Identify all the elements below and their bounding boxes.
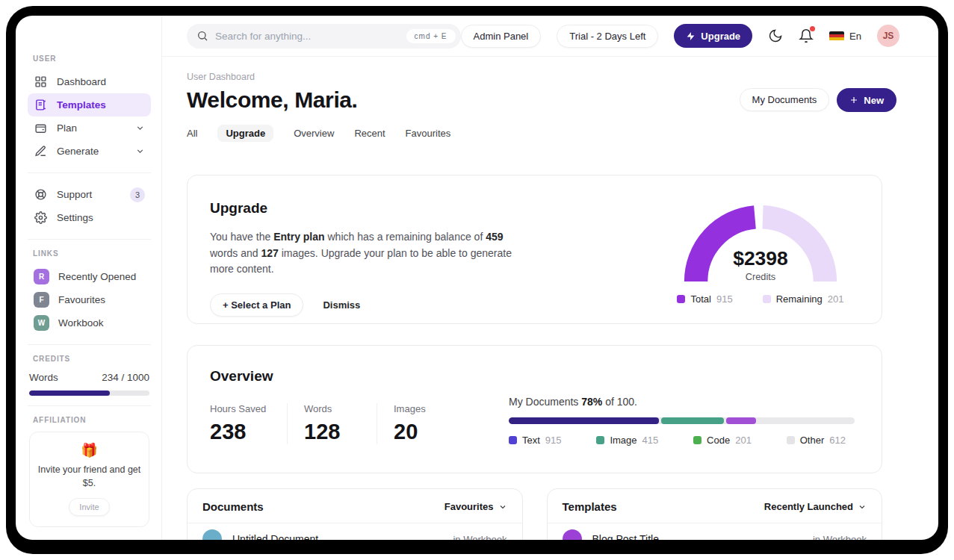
bar-segment-image bbox=[661, 417, 723, 424]
template-name: Blog Post Title bbox=[592, 533, 660, 540]
pen-icon bbox=[34, 145, 47, 158]
notification-dot bbox=[810, 26, 815, 31]
documents-filter-dropdown[interactable]: Favourites bbox=[445, 501, 507, 512]
user-avatar[interactable]: JS bbox=[877, 25, 899, 47]
sidebar-item-label: Generate bbox=[57, 146, 99, 157]
content-area: User Dashboard Welcome, Maria. My Docume… bbox=[162, 57, 938, 540]
bar-segment-text bbox=[509, 417, 659, 424]
sidebar-item-label: Settings bbox=[57, 212, 93, 223]
trial-badge-button[interactable]: Trial - 2 Days Left bbox=[557, 25, 658, 48]
upgrade-card-body: You have the Entry plan which has a rema… bbox=[210, 229, 518, 278]
documents-progress: My Documents 78% of 100. Text 915 bbox=[509, 396, 855, 473]
sidebar-item-templates[interactable]: Templates bbox=[28, 93, 151, 116]
stacked-bar-chart bbox=[509, 417, 855, 424]
legend-other: Other 612 bbox=[787, 435, 846, 446]
templates-filter-dropdown[interactable]: Recently Launched bbox=[764, 501, 867, 512]
sidebar-item-label: Support bbox=[57, 189, 92, 200]
app-window: USER Dashboard Templates Plan bbox=[16, 16, 938, 540]
document-location: in Workbook bbox=[453, 534, 507, 541]
sidebar-section-links: LINKS bbox=[33, 249, 151, 258]
sidebar-item-settings[interactable]: Settings bbox=[28, 206, 151, 229]
upgrade-card-title: Upgrade bbox=[210, 200, 518, 217]
stat-words: Words 128 bbox=[288, 403, 377, 444]
sidebar-item-support[interactable]: Support 3 bbox=[28, 183, 151, 206]
legend-text: Text 915 bbox=[509, 435, 562, 446]
sidebar-item-label: Templates bbox=[57, 99, 106, 111]
credits-words-label: Words bbox=[29, 372, 58, 383]
document-row[interactable]: Untitled Document in Workbook bbox=[188, 523, 522, 540]
other-swatch bbox=[787, 436, 795, 444]
admin-panel-button[interactable]: Admin Panel bbox=[461, 25, 542, 48]
credits-progress-bar bbox=[29, 391, 149, 396]
template-location: in Workbook bbox=[813, 534, 867, 541]
documents-progress-label: My Documents 78% of 100. bbox=[509, 396, 855, 408]
sidebar-item-plan[interactable]: Plan bbox=[28, 116, 151, 140]
code-swatch bbox=[693, 436, 701, 444]
total-swatch bbox=[677, 295, 685, 303]
gauge-value: $2398 bbox=[733, 247, 788, 270]
stat-images: Images 20 bbox=[377, 403, 467, 444]
sidebar-section-credits: CREDITS bbox=[33, 355, 151, 363]
sidebar-section-affiliation: AFFILIATION bbox=[33, 416, 151, 424]
sidebar-link-label: Workbook bbox=[58, 317, 104, 329]
templates-icon bbox=[34, 99, 47, 112]
recently-opened-badge: R bbox=[34, 269, 49, 284]
templates-card-title: Templates bbox=[563, 500, 617, 513]
sidebar: USER Dashboard Templates Plan bbox=[16, 16, 162, 540]
plus-icon bbox=[849, 96, 858, 105]
tab-upgrade[interactable]: Upgrade bbox=[217, 125, 273, 142]
documents-card-title: Documents bbox=[202, 500, 264, 513]
stat-hours-saved: Hours Saved 238 bbox=[210, 403, 288, 444]
gift-icon: 🎁 bbox=[37, 442, 141, 458]
chevron-down-icon bbox=[498, 503, 507, 511]
sidebar-link-recently-opened[interactable]: R Recently Opened bbox=[28, 265, 151, 288]
support-count-badge: 3 bbox=[130, 187, 145, 202]
notifications-bell-icon[interactable] bbox=[799, 28, 814, 43]
favourites-badge: F bbox=[34, 292, 49, 308]
sidebar-item-dashboard[interactable]: Dashboard bbox=[28, 70, 151, 93]
gauge-legend: Total 915 Remaining 201 bbox=[677, 293, 843, 305]
sidebar-item-label: Plan bbox=[57, 122, 77, 134]
sidebar-divider bbox=[28, 239, 151, 240]
sidebar-divider bbox=[28, 344, 151, 345]
chevron-down-icon bbox=[858, 503, 867, 511]
tab-favourites[interactable]: Favourites bbox=[406, 128, 451, 139]
sidebar-link-favourites[interactable]: F Favourites bbox=[28, 288, 151, 311]
overview-card-title: Overview bbox=[210, 368, 467, 385]
my-documents-button[interactable]: My Documents bbox=[740, 88, 830, 111]
template-row[interactable]: Blog Post Title in Workbook bbox=[548, 523, 882, 540]
flag-de-icon[interactable] bbox=[829, 31, 844, 41]
wallet-icon bbox=[34, 122, 47, 135]
language-label[interactable]: En bbox=[849, 31, 861, 42]
legend-remaining: Remaining 201 bbox=[763, 293, 844, 305]
template-avatar bbox=[563, 529, 582, 540]
tab-recent[interactable]: Recent bbox=[354, 128, 385, 139]
document-avatar bbox=[202, 529, 222, 540]
sidebar-link-workbook[interactable]: W Workbook bbox=[28, 311, 151, 335]
sidebar-item-label: Dashboard bbox=[57, 76, 106, 87]
workbook-badge: W bbox=[34, 315, 49, 331]
search-shortcut-badge: cmd + E bbox=[406, 29, 456, 43]
legend-code: Code 201 bbox=[693, 435, 752, 446]
tab-all[interactable]: All bbox=[187, 128, 197, 139]
sidebar-item-generate[interactable]: Generate bbox=[28, 140, 151, 163]
sidebar-link-label: Favourites bbox=[58, 294, 105, 305]
remaining-swatch bbox=[763, 295, 771, 303]
search-input[interactable] bbox=[215, 31, 406, 42]
overview-stats: Hours Saved 238 Words 128 Images 20 bbox=[210, 403, 467, 444]
text-swatch bbox=[509, 436, 517, 444]
new-button[interactable]: New bbox=[837, 88, 896, 112]
dismiss-button[interactable]: Dismiss bbox=[323, 299, 360, 311]
credits-gauge: $2398 Credits Total 915 Remaining 201 bbox=[671, 200, 850, 323]
legend-total: Total 915 bbox=[677, 293, 732, 305]
select-plan-button[interactable]: + Select a Plan bbox=[210, 293, 303, 317]
tab-overview[interactable]: Overview bbox=[294, 128, 334, 139]
search-bar[interactable]: cmd + E bbox=[187, 24, 461, 49]
upgrade-button[interactable]: Upgrade bbox=[674, 24, 752, 48]
invite-button[interactable]: Invite bbox=[69, 498, 109, 516]
dark-mode-icon[interactable] bbox=[768, 28, 783, 43]
document-name: Untitled Document bbox=[232, 533, 318, 540]
credits-words-value: 234 / 1000 bbox=[102, 372, 149, 383]
sidebar-section-user: USER bbox=[33, 55, 151, 63]
templates-card: Templates Recently Launched Blog Post Ti… bbox=[547, 488, 883, 540]
